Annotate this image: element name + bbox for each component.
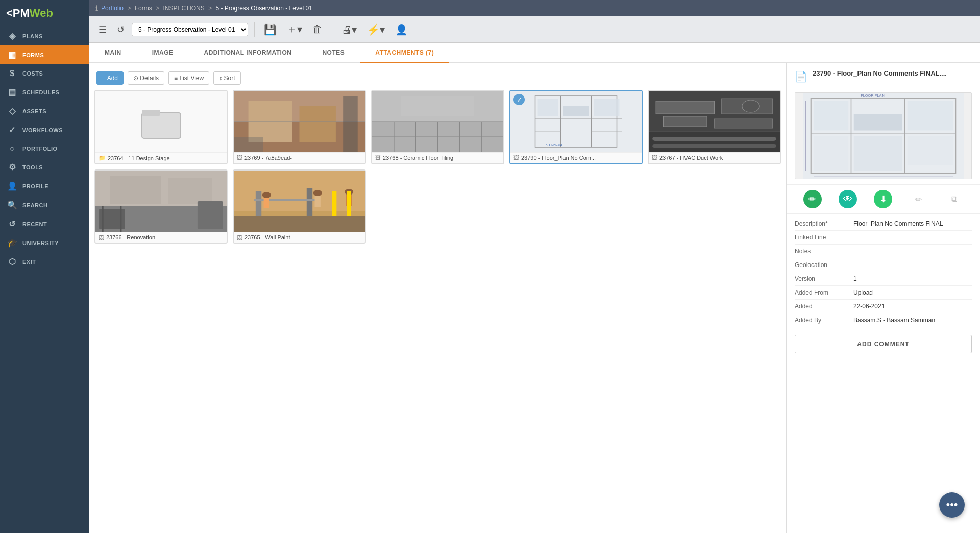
sort-button[interactable]: ↕ Sort — [213, 71, 240, 85]
history-button[interactable]: ↺ — [114, 22, 128, 37]
added-from-label: Added From — [795, 289, 853, 296]
plans-icon: ◈ — [7, 31, 17, 41]
svg-rect-5 — [300, 106, 336, 142]
breadcrumb-forms: Forms — [135, 5, 152, 12]
university-icon: 🎓 — [7, 238, 17, 248]
breadcrumb-sep2: > — [156, 5, 159, 12]
add-attachment-label: + Add — [102, 75, 118, 82]
tab-image[interactable]: IMAGE — [137, 43, 189, 63]
tab-notes[interactable]: NOTES — [307, 43, 360, 63]
sidebar-item-forms[interactable]: ▦ FORMS — [0, 45, 89, 64]
svg-rect-42 — [110, 176, 161, 204]
thumbnail-label: 🖼 23766 - Renovation — [95, 232, 227, 243]
description-value: Floor_Plan No Comments FINAL — [853, 220, 972, 227]
sidebar-item-label: EXIT — [22, 259, 36, 265]
thumbnail-hvac-image — [649, 91, 780, 152]
info-icon: ℹ — [95, 4, 98, 12]
sidebar-item-label: UNIVERSITY — [22, 240, 59, 246]
sidebar-item-workflows[interactable]: ✓ WORKFLOWS — [0, 120, 89, 139]
sidebar-item-costs[interactable]: $ COSTS — [0, 64, 89, 83]
svg-point-35 — [742, 100, 760, 112]
logo-text: <PMWeb — [6, 7, 53, 20]
breadcrumb-portfolio-link[interactable]: Portfolio — [101, 5, 124, 12]
thumbnail-item-selected[interactable]: ✓ — [509, 90, 643, 164]
svg-text:BLUEBEAM: BLUEBEAM — [546, 143, 562, 147]
svg-rect-31 — [656, 101, 714, 114]
svg-rect-7 — [343, 96, 358, 152]
thumbnail-item[interactable]: 🖼 23765 - Wall Paint — [233, 169, 366, 244]
list-view-button[interactable]: ≡ List View — [168, 71, 209, 85]
gallery-area: + Add ⊙ Details ≡ List View ↕ Sort — [89, 63, 786, 533]
svg-rect-37 — [649, 132, 780, 152]
thumbnail-item[interactable]: 🖼 23767 - HVAC Duct Work — [648, 90, 781, 164]
sidebar-item-label: PORTFOLIO — [22, 146, 58, 152]
detail-row-added-by: Added By Bassam.S - Bassam Samman — [795, 313, 972, 327]
delete-button[interactable]: 🗑 — [309, 21, 326, 37]
svg-rect-34 — [715, 119, 773, 128]
svg-rect-1 — [142, 110, 160, 116]
sidebar-item-label: RECENT — [22, 221, 47, 227]
notes-label: Notes — [795, 248, 853, 255]
action-bar: + Add ⊙ Details ≡ List View ↕ Sort — [94, 68, 781, 90]
fab-button[interactable]: ••• — [939, 492, 965, 518]
save-button[interactable]: 💾 — [261, 21, 280, 38]
sidebar-item-assets[interactable]: ◇ ASSETS — [0, 102, 89, 120]
thumbnail-wallpaint-image — [234, 171, 365, 232]
sidebar-item-exit[interactable]: ⬡ EXIT — [0, 252, 89, 271]
schedules-icon: ▤ — [7, 87, 17, 97]
sidebar-item-search[interactable]: 🔍 SEARCH — [0, 196, 89, 214]
sort-label: ↕ Sort — [219, 75, 235, 82]
tab-bar: MAIN IMAGE ADDITIONAL INFORMATION NOTES … — [89, 43, 980, 63]
sidebar-item-label: SCHEDULES — [22, 89, 59, 95]
svg-rect-71 — [814, 101, 848, 131]
add-comment-button[interactable]: ADD COMMENT — [795, 335, 972, 353]
detail-row-added: Added 22-06-2021 — [795, 300, 972, 313]
portfolio-icon: ○ — [7, 144, 17, 153]
svg-rect-48 — [198, 201, 223, 229]
svg-point-54 — [262, 192, 271, 198]
user-button[interactable]: 👤 — [392, 21, 411, 38]
download-button[interactable]: ⬇ — [874, 190, 892, 208]
detail-row-notes: Notes — [795, 245, 972, 258]
sidebar-item-recent[interactable]: ↺ RECENT — [0, 214, 89, 233]
thumbnail-item[interactable]: 🖼 23769 - 7a8a9ead- — [233, 90, 366, 164]
sidebar-item-label: TOOLS — [22, 164, 43, 171]
added-from-value: Upload — [853, 289, 972, 296]
menu-button[interactable]: ☰ — [95, 22, 110, 37]
print-button[interactable]: 🖨▾ — [338, 21, 360, 38]
thumbnail-item[interactable]: 🖼 23766 - Renovation — [94, 169, 228, 244]
lightning-button[interactable]: ⚡▾ — [364, 21, 388, 38]
svg-rect-0 — [142, 113, 181, 138]
tab-additional[interactable]: ADDITIONAL INFORMATION — [189, 43, 307, 63]
main-content: ℹ Portfolio > Forms > INSPECTIONS > 5 - … — [89, 0, 980, 533]
form-select[interactable]: 5 - Progress Observation - Level 01 — [132, 23, 248, 36]
svg-rect-57 — [314, 196, 320, 207]
annotate-button[interactable]: ✏ — [910, 190, 928, 208]
thumbnail-label: 🖼 23768 - Ceramic Floor Tiling — [372, 152, 503, 163]
assets-icon: ◇ — [7, 106, 17, 116]
add-attachment-button[interactable]: + Add — [96, 71, 124, 85]
detail-row-geolocation: Geolocation — [795, 258, 972, 272]
view-button[interactable]: 👁 — [839, 190, 857, 208]
svg-rect-74 — [908, 136, 953, 165]
sidebar-item-plans[interactable]: ◈ PLANS — [0, 27, 89, 45]
tab-attachments[interactable]: ATTACHMENTS (7) — [360, 43, 449, 63]
details-label: ⊙ Details — [133, 75, 159, 82]
sidebar-item-profile[interactable]: 👤 PROFILE — [0, 177, 89, 196]
details-button[interactable]: ⊙ Details — [128, 71, 164, 85]
svg-rect-75 — [854, 136, 902, 171]
sidebar-item-university[interactable]: 🎓 UNIVERSITY — [0, 233, 89, 252]
sidebar-item-schedules[interactable]: ▤ SCHEDULES — [0, 83, 89, 102]
sidebar-item-label: COSTS — [22, 70, 43, 77]
svg-rect-26 — [564, 106, 589, 116]
tab-main[interactable]: MAIN — [89, 43, 137, 63]
add-button[interactable]: ＋▾ — [284, 20, 305, 38]
sidebar-item-portfolio[interactable]: ○ PORTFOLIO — [0, 139, 89, 158]
list-view-label: ≡ List View — [174, 75, 204, 82]
edit-button[interactable]: ✏ — [803, 190, 822, 208]
sidebar-nav: ◈ PLANS ▦ FORMS $ COSTS ▤ SCHEDULES ◇ AS… — [0, 27, 89, 533]
thumbnail-item[interactable]: 📁 23764 - 11 Design Stage — [94, 90, 228, 164]
thumbnail-item[interactable]: 🖼 23768 - Ceramic Floor Tiling — [371, 90, 504, 164]
copy-button[interactable]: ⧉ — [945, 190, 963, 208]
sidebar-item-tools[interactable]: ⚙ TOOLS — [0, 158, 89, 177]
